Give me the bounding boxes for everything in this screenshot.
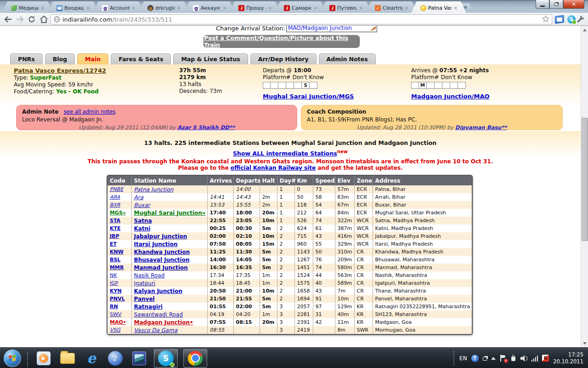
station-name-link[interactable]: Mughal Sarai Junction» (134, 210, 206, 216)
to-station-link[interactable]: Madgaon Junction/MAO (411, 93, 490, 100)
post-comment-button[interactable]: Post a Comment/Question/Picture about th… (204, 35, 360, 48)
tab-close-icon[interactable]: × (86, 6, 90, 11)
cell-station[interactable]: Madgaon Junction• (131, 318, 207, 326)
cell-station[interactable]: Buxar (131, 201, 207, 209)
language-indicator[interactable]: EN (459, 355, 467, 362)
scroll-up-icon[interactable] (582, 26, 588, 34)
coach-author-link[interactable]: Dipyaman Basu** (455, 124, 507, 131)
cell-station[interactable]: Satna (131, 217, 207, 224)
station-code-link[interactable]: BXR (110, 202, 120, 208)
cell-code[interactable]: PNBE (107, 185, 131, 193)
station-code-link[interactable]: STA (110, 218, 120, 224)
browser-tab[interactable]: Cleartrip | Tr× (366, 1, 417, 13)
cell-code[interactable]: MGS» (107, 209, 131, 217)
tab-close-icon[interactable]: × (222, 6, 227, 11)
tab-close-icon[interactable]: × (177, 6, 181, 11)
back-button[interactable] (3, 14, 13, 24)
station-name-link[interactable]: Khandwa Junction (134, 249, 190, 255)
wrench-menu-icon[interactable] (576, 15, 585, 24)
cell-station[interactable]: Igatpuri (131, 279, 207, 287)
cell-station[interactable]: Ratnagiri (131, 303, 207, 310)
minimize-button[interactable] (536, 0, 549, 9)
cell-station[interactable]: Kalyan Junction (131, 287, 207, 295)
station-code-link[interactable]: KTE (110, 225, 121, 231)
page-tab-admin-notes[interactable]: Admin Notes (319, 53, 376, 64)
station-name-link[interactable]: Jabalpur Junction (134, 233, 187, 240)
cell-station[interactable]: Sawantwadi Road (131, 310, 207, 318)
mail-extension-icon[interactable] (555, 15, 564, 24)
close-button[interactable]: ✕ (563, 0, 584, 9)
station-code-link[interactable]: PNBE (110, 186, 123, 192)
itunes-icon[interactable]: ♪ (106, 349, 124, 368)
station-name-link[interactable]: Ara (134, 194, 144, 201)
station-name-link[interactable]: Kalyan Junction (134, 288, 182, 294)
cell-code[interactable]: STA (107, 217, 131, 224)
cell-code[interactable]: RN (107, 303, 131, 310)
volume-icon[interactable] (520, 355, 527, 362)
station-code-link[interactable]: VSG (110, 327, 120, 333)
page-tab-blog[interactable]: Blog (45, 53, 75, 64)
help-tray-icon[interactable]: ? (471, 355, 479, 362)
cell-station[interactable]: Ara (131, 193, 207, 201)
station-code-link[interactable]: NK (110, 272, 117, 278)
show-hidden-icons-icon[interactable] (491, 357, 496, 360)
network-icon[interactable] (531, 355, 538, 362)
station-name-link[interactable]: Buxar (134, 202, 150, 208)
station-name-link[interactable]: Igatpuri (134, 280, 156, 287)
scroll-down-icon[interactable] (582, 339, 588, 347)
clock[interactable]: 17:25 20.10.2011 (553, 351, 586, 365)
browser-tab[interactable]: Patna Vasco× (411, 1, 466, 13)
station-code-link[interactable]: RN (110, 304, 118, 310)
cell-code[interactable]: PNVL (107, 295, 131, 303)
cell-code[interactable]: KNW (107, 248, 131, 256)
konkan-railway-link[interactable]: official Konkan Railway site (231, 165, 316, 171)
admin-author-link[interactable]: Azar S Shaikh DD** (177, 124, 234, 131)
cell-code[interactable]: IGP (107, 279, 131, 287)
browser-tab[interactable]: drkruglova@× (138, 1, 190, 13)
browser-tab[interactable]: Входящие –× (47, 1, 99, 13)
action-center-icon[interactable]: ✕ (500, 355, 506, 362)
cell-station[interactable]: Khandwa Junction (131, 248, 207, 256)
tab-close-icon[interactable]: × (359, 6, 363, 11)
station-name-link[interactable]: Patna Junction (134, 186, 174, 193)
cell-code[interactable]: KTE (107, 224, 131, 232)
page-tab-main[interactable]: Main (77, 53, 108, 64)
station-name-link[interactable]: Ratnagiri (134, 304, 163, 310)
browser-tab[interactable]: Путеводите× (320, 1, 372, 13)
browser-tab[interactable]: Account Re× (93, 1, 144, 13)
page-tab-fares-seats[interactable]: Fares & Seats (111, 53, 171, 64)
see-all-admin-notes-link[interactable]: see all admin notes (64, 109, 115, 115)
bookmark-star-icon[interactable] (542, 15, 549, 24)
train-title-link[interactable]: Patna Vasco Express/12742 (14, 67, 106, 74)
window-tray-icon[interactable] (483, 357, 487, 361)
tab-close-icon[interactable]: × (453, 6, 458, 11)
cell-code[interactable]: MMR (107, 264, 131, 271)
page-tab-arr-dep-history[interactable]: Arr/Dep History (250, 53, 317, 64)
tab-close-icon[interactable]: × (40, 6, 45, 11)
cell-station[interactable]: Nasik Road (131, 271, 207, 279)
station-name-link[interactable]: Itarsi Junction (134, 241, 178, 247)
cell-code[interactable]: BSL (107, 256, 131, 264)
chrome-taskbar-icon[interactable] (183, 349, 207, 368)
change-arrival-input[interactable]: MAO/Madgaon Junction (286, 26, 377, 32)
station-name-link[interactable]: Katni (134, 225, 151, 232)
forward-button[interactable] (15, 14, 25, 24)
station-name-link[interactable]: Panvel (134, 296, 155, 302)
start-button[interactable] (4, 350, 21, 367)
cell-station[interactable]: Panvel (131, 295, 207, 303)
power-icon[interactable] (510, 355, 516, 362)
station-code-link[interactable]: BSL (110, 257, 120, 263)
station-code-link[interactable]: MGS» (110, 210, 126, 216)
skype-extension-icon[interactable]: S (567, 15, 576, 24)
show-all-stations-link[interactable]: Show ALL intermediate Stations (233, 150, 337, 157)
cell-code[interactable]: BXR (107, 201, 131, 209)
cell-station[interactable]: Patna Junction (131, 185, 207, 193)
cell-code[interactable]: SWV (107, 310, 131, 318)
cell-station[interactable]: Itarsi Junction (131, 240, 207, 248)
tab-close-icon[interactable]: × (313, 6, 318, 11)
cell-code[interactable]: VSG (107, 326, 131, 334)
station-code-link[interactable]: PNVL (110, 296, 125, 302)
from-station-link[interactable]: Mughal Sarai Junction/MGS (263, 93, 354, 100)
cell-station[interactable]: Katni (131, 224, 207, 232)
station-name-link[interactable]: Nasik Road (134, 272, 165, 279)
